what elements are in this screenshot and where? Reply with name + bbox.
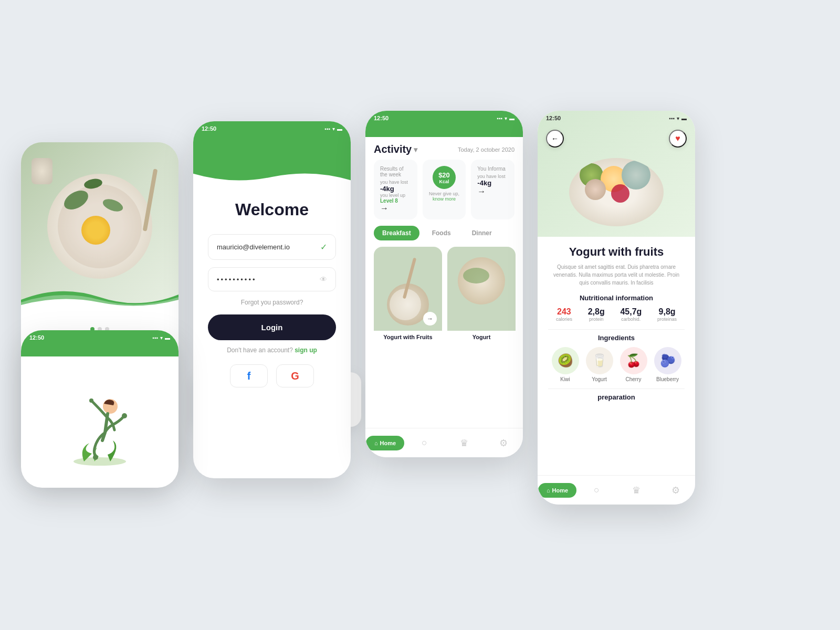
activity-date: Today, 2 october 2020	[458, 146, 514, 153]
home-icon-detail: ⌂	[547, 487, 550, 494]
battery-icon-fitness: ▬	[165, 335, 170, 341]
login-button[interactable]: Login	[208, 314, 336, 340]
wifi-icon: ▾	[332, 126, 335, 132]
status-icons-fitness: ▪▪▪ ▾ ▬	[152, 335, 170, 341]
status-bar: 12:50 ▪▪▪ ▾ ▬	[193, 121, 351, 136]
eye-icon: 👁	[320, 275, 327, 284]
battery-icon: ▬	[681, 116, 687, 121]
divider-2	[548, 388, 685, 389]
tab-breakfast[interactable]: Breakfast	[374, 226, 419, 240]
wifi-icon: ▾	[677, 116, 679, 121]
svg-point-2	[93, 455, 98, 460]
facebook-login-button[interactable]: f	[230, 364, 268, 387]
level-value: Level 8	[380, 198, 411, 204]
nav-profile[interactable]: ○	[405, 437, 444, 448]
favorite-button[interactable]: ♥	[669, 130, 687, 148]
calories-item: 243 calories	[556, 307, 572, 322]
signup-link[interactable]: sign up	[295, 346, 317, 354]
trophy-icon: ♛	[460, 437, 468, 449]
food-card-1-arrow[interactable]: →	[423, 312, 437, 326]
nav-trophy-detail[interactable]: ♛	[616, 485, 656, 496]
cherry-label: Cherry	[625, 376, 641, 382]
status-bar-fitness: 12:50 ▪▪▪ ▾ ▬	[21, 330, 178, 345]
profile-icon: ○	[422, 437, 427, 448]
nav-settings[interactable]: ⚙	[484, 437, 523, 449]
wifi-icon: ▾	[505, 116, 507, 121]
activity-top-wave: 12:50 ▪▪▪ ▾ ▬	[365, 111, 523, 137]
bottom-nav: ⌂ Home ○ ♛ ⚙	[365, 428, 523, 457]
food-card-1[interactable]: → Yogurt with Fruits	[374, 247, 442, 343]
nav-home[interactable]: ⌂ Home	[365, 436, 405, 450]
email-input[interactable]: mauricio@divelement.io	[217, 243, 320, 251]
ingredients-row: 🥝 Kiwi 🥛 Yogurt 🍒 Cherry 🫐 Blueberry	[548, 347, 685, 382]
tab-dinner[interactable]: Dinner	[464, 226, 500, 240]
kcal-card: $20 Kcal Never give up, know more	[423, 160, 466, 219]
wifi-icon-fitness: ▾	[160, 335, 163, 341]
password-input[interactable]	[217, 276, 320, 284]
you-lost-label: you have lost	[380, 180, 411, 185]
signal-icon: ▪▪▪	[669, 116, 675, 121]
hero-food-image	[21, 142, 178, 310]
nutrition-section: Nutritional information 243 calories 2,8…	[548, 294, 685, 322]
never-give-up: Never give up, know more	[429, 191, 460, 202]
phone-detail: 12:50 ▪▪▪ ▾ ▬ ← ♥ Yogurt with fruits Qui…	[538, 111, 695, 505]
password-field-container[interactable]: 👁	[208, 267, 336, 291]
info-arrow[interactable]: →	[477, 187, 486, 196]
nav-home-detail[interactable]: ⌂ Home	[538, 483, 577, 498]
signup-row: Don't have an account? sign up	[208, 346, 336, 354]
cherry-icon: 🍒	[620, 347, 647, 374]
settings-icon-detail: ⚙	[671, 485, 680, 496]
nav-profile-detail[interactable]: ○	[577, 485, 616, 496]
status-bar: 12:50 ▪▪▪ ▾ ▬	[365, 111, 523, 125]
signal-icon: ▪▪▪	[324, 126, 330, 132]
kiwi-label: Kiwi	[560, 376, 570, 382]
food-1-name: Yogurt with Fruits	[374, 331, 442, 343]
facebook-icon: f	[247, 370, 251, 382]
know-more-link[interactable]: know more	[433, 196, 456, 202]
svg-point-4	[89, 398, 93, 403]
food-detail-description: Quisque sit amet sagittis erat. Duis pha…	[548, 263, 685, 287]
info-lost-value: -4kg	[477, 179, 508, 187]
battery-icon: ▬	[337, 126, 342, 132]
info-lost-label: you have lost	[477, 174, 508, 179]
svg-point-3	[122, 413, 127, 418]
back-button[interactable]: ←	[546, 130, 564, 148]
week-results-arrow[interactable]: →	[380, 204, 388, 213]
food-2-name: Yogurt	[447, 331, 516, 343]
status-icons: ▪▪▪ ▾ ▬	[669, 116, 687, 121]
home-icon: ⌂	[374, 440, 378, 446]
protein-unit: protein	[588, 317, 605, 322]
tab-foods[interactable]: Foods	[424, 226, 459, 240]
nutrition-title: Nutritional information	[548, 294, 685, 302]
chevron-down-icon: ▾	[414, 145, 417, 154]
nav-settings-detail[interactable]: ⚙	[656, 485, 695, 496]
profile-icon-detail: ○	[594, 485, 600, 496]
calories-value: 243	[556, 307, 572, 317]
activity-header: Activity ▾ Today, 2 october 2020	[365, 137, 523, 160]
yogurt-label: Yogurt	[592, 376, 607, 382]
forgot-password-link[interactable]: Forgot you password?	[208, 299, 336, 306]
trophy-icon-detail: ♛	[632, 485, 640, 496]
ingredients-section: Ingredients 🥝 Kiwi 🥛 Yogurt 🍒 Cherry	[548, 334, 685, 382]
week-results-label: Results of the week	[380, 166, 411, 177]
carbs-value: 45,7g	[620, 307, 642, 317]
food-card-2[interactable]: Yogurt	[447, 247, 516, 343]
blueberry-label: Blueberry	[656, 376, 679, 382]
email-field-container[interactable]: mauricio@divelement.io ✓	[208, 234, 336, 260]
ingredient-cherry: 🍒 Cherry	[620, 347, 647, 382]
food-detail-title: Yogurt with fruits	[548, 245, 685, 259]
ingredient-yogurt: 🥛 Yogurt	[586, 347, 613, 382]
status-icons: ▪▪▪ ▾ ▬	[324, 126, 342, 132]
carbs-item: 45,7g carbohid.	[620, 307, 642, 322]
info-label: You Informa	[477, 166, 508, 172]
google-login-button[interactable]: G	[276, 364, 314, 387]
nav-trophy[interactable]: ♛	[444, 437, 484, 449]
welcome-title: Welcome	[208, 200, 336, 219]
stats-row: Results of the week you have lost -4kg y…	[365, 160, 523, 226]
food-image-1: →	[374, 247, 442, 331]
lost-value: -4kg	[380, 185, 411, 193]
google-icon: G	[291, 370, 299, 382]
yogurt-icon: 🥛	[586, 347, 613, 374]
status-time: 12:50	[374, 115, 388, 121]
yoga-figure	[63, 375, 136, 469]
